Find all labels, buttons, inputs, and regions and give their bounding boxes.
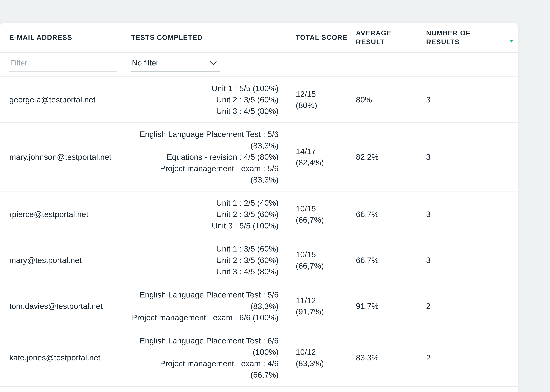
total-score-value: 12/15 (296, 89, 352, 100)
test-line: Unit 2 : 3/5 (60%) (131, 94, 278, 105)
test-line: Project management - exam : 5/6 (83,3%) (131, 163, 278, 185)
test-line: Unit 2 : 3/5 (60%) (131, 209, 278, 220)
total-score-cell: 12/15(80%) (296, 89, 356, 111)
tests-filter-select[interactable]: No filter (131, 56, 220, 72)
table-footer: Rows per page 10 1 - 10 of 66 12345 (0, 386, 518, 392)
total-score-percent: (82,4%) (296, 157, 352, 168)
email-cell: mary.johnson@testportal.net (9, 151, 131, 162)
avg-result-cell: 66,7% (356, 209, 426, 220)
email-cell: tom.davies@testportal.net (9, 301, 131, 312)
table-row[interactable]: mary.johnson@testportal.netEnglish Langu… (0, 123, 518, 191)
avg-result-cell: 80% (356, 94, 426, 105)
test-line: Unit 3 : 4/5 (80%) (131, 105, 278, 117)
tests-cell: English Language Placement Test : 5/6 (8… (131, 289, 296, 323)
total-score-cell: 10/12(83,3%) (296, 346, 356, 369)
num-results-cell: 3 (426, 209, 509, 220)
column-header-num-results[interactable]: NUMBER OF RESULTS (426, 29, 509, 47)
total-score-cell: 14/17(82,4%) (296, 146, 356, 168)
tests-filter-selected: No filter (132, 58, 159, 67)
table-row[interactable]: rpierce@testportal.netUnit 1 : 2/5 (40%)… (0, 191, 518, 238)
tests-cell: Unit 1 : 3/5 (60%)Unit 2 : 3/5 (60%)Unit… (131, 243, 296, 277)
column-header-email[interactable]: E-MAIL ADDRESS (9, 33, 131, 42)
tests-cell: English Language Placement Test : 6/6 (1… (131, 335, 296, 381)
num-results-cell: 3 (426, 94, 509, 105)
total-score-value: 14/17 (296, 146, 352, 157)
test-line: Unit 1 : 3/5 (60%) (131, 243, 278, 254)
table-row[interactable]: kate.jones@testportal.netEnglish Languag… (0, 329, 518, 386)
test-line: Unit 2 : 3/5 (60%) (131, 254, 278, 266)
results-table-card: E-MAIL ADDRESS TESTS COMPLETED TOTAL SCO… (0, 23, 518, 392)
table-filter-row: No filter (0, 53, 518, 77)
avg-result-cell: 83,3% (356, 352, 426, 363)
test-line: Equations - revision : 4/5 (80%) (131, 151, 278, 163)
tests-cell: Unit 1 : 5/5 (100%)Unit 2 : 3/5 (60%)Uni… (131, 83, 296, 117)
test-line: Unit 3 : 4/5 (80%) (131, 266, 278, 277)
total-score-cell: 11/12(91,7%) (296, 295, 356, 317)
total-score-cell: 10/15(66,7%) (296, 203, 356, 226)
num-results-cell: 2 (426, 352, 509, 363)
chevron-down-icon (210, 58, 217, 65)
email-filter-input[interactable] (9, 56, 117, 72)
total-score-percent: (66,7%) (296, 260, 352, 271)
column-header-avg-result[interactable]: AVERAGE RESULT (356, 29, 426, 47)
total-score-percent: (83,3%) (296, 358, 352, 369)
total-score-value: 11/12 (296, 295, 352, 306)
total-score-value: 10/15 (296, 203, 352, 214)
email-cell: rpierce@testportal.net (9, 209, 131, 220)
email-cell: george.a@testportal.net (9, 94, 131, 105)
test-line: Project management - exam : 4/6 (66,7%) (131, 358, 278, 381)
num-results-cell: 3 (426, 255, 509, 266)
column-header-total-score[interactable]: TOTAL SCORE (296, 33, 356, 42)
table-row[interactable]: mary@testportal.netUnit 1 : 3/5 (60%)Uni… (0, 237, 518, 283)
test-line: English Language Placement Test : 5/6 (8… (131, 128, 278, 151)
table-row[interactable]: george.a@testportal.netUnit 1 : 5/5 (100… (0, 77, 518, 123)
test-line: English Language Placement Test : 6/6 (1… (131, 335, 278, 358)
email-cell: mary@testportal.net (9, 255, 131, 266)
tests-cell: English Language Placement Test : 5/6 (8… (131, 128, 296, 185)
column-header-tests[interactable]: TESTS COMPLETED (131, 33, 296, 42)
sort-indicator[interactable] (509, 33, 518, 42)
total-score-percent: (91,7%) (296, 306, 352, 317)
total-score-cell: 10/15(66,7%) (296, 249, 356, 271)
avg-result-cell: 82,2% (356, 151, 426, 162)
total-score-value: 10/15 (296, 249, 352, 260)
num-results-cell: 3 (426, 151, 509, 162)
tests-cell: Unit 1 : 2/5 (40%)Unit 2 : 3/5 (60%)Unit… (131, 197, 296, 231)
table-header-row: E-MAIL ADDRESS TESTS COMPLETED TOTAL SCO… (0, 23, 518, 53)
caret-down-icon (509, 40, 514, 42)
test-line: Unit 1 : 5/5 (100%) (131, 83, 278, 94)
avg-result-cell: 91,7% (356, 301, 426, 312)
test-line: Project management - exam : 6/6 (100%) (131, 312, 278, 323)
test-line: Unit 1 : 2/5 (40%) (131, 197, 278, 209)
test-line: Unit 3 : 5/5 (100%) (131, 220, 278, 231)
num-results-cell: 2 (426, 301, 509, 312)
avg-result-cell: 66,7% (356, 255, 426, 266)
test-line: English Language Placement Test : 5/6 (8… (131, 289, 278, 312)
table-row[interactable]: tom.davies@testportal.netEnglish Languag… (0, 283, 518, 329)
total-score-percent: (66,7%) (296, 214, 352, 225)
total-score-percent: (80%) (296, 100, 352, 111)
total-score-value: 10/12 (296, 346, 352, 358)
email-cell: kate.jones@testportal.net (9, 352, 131, 363)
table-body: george.a@testportal.netUnit 1 : 5/5 (100… (0, 77, 518, 386)
